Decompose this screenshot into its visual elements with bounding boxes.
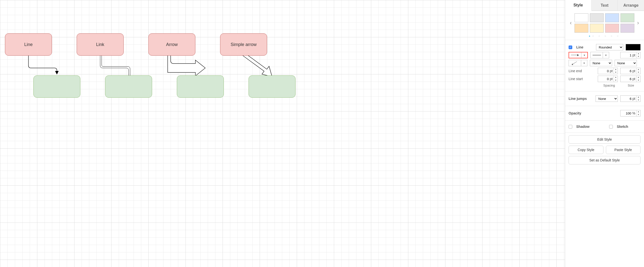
diagram-canvas[interactable]: Line Link Arrow Simple arrow <box>0 0 565 267</box>
line-enable-checkbox[interactable] <box>568 46 572 49</box>
spin-up[interactable]: ▲ <box>636 110 640 113</box>
spin-up[interactable]: ▲ <box>636 52 640 55</box>
shadow-label: Shadow <box>576 124 590 128</box>
opacity-input[interactable] <box>620 110 632 116</box>
line-width-input[interactable] <box>620 52 632 58</box>
stroke-style-dd[interactable]: ▼ <box>603 52 609 58</box>
palette-prev[interactable]: ‹ <box>568 20 573 26</box>
palette-grid <box>574 13 634 33</box>
waypoint-icon <box>571 61 579 65</box>
tab-text[interactable]: Text <box>592 0 618 11</box>
spin-down[interactable]: ▼ <box>614 79 618 82</box>
start-size-input[interactable] <box>620 76 632 82</box>
opacity-spinner[interactable]: %▲▼ <box>620 110 640 116</box>
opacity-section: Opacity %▲▼ <box>565 106 644 121</box>
start-spacing-spinner[interactable]: pt▲▼ <box>598 76 618 82</box>
unit-label: pt <box>632 77 636 81</box>
tab-arrange[interactable]: Arrange <box>618 0 644 11</box>
effects-section: Shadow Sketch <box>565 121 644 133</box>
waypoint-dd[interactable]: ▼ <box>581 60 587 66</box>
edit-style-button[interactable]: Edit Style <box>568 135 640 144</box>
waypoint-btn[interactable] <box>569 60 581 66</box>
end-spacing-spinner[interactable]: pt▲▼ <box>598 68 618 74</box>
copy-style-button[interactable]: Copy Style <box>568 146 604 154</box>
stroke-style-btn[interactable] <box>590 52 603 58</box>
line-label: Line <box>576 45 584 49</box>
unit-label: pt <box>632 53 636 57</box>
spin-up[interactable]: ▲ <box>636 76 640 79</box>
spin-up[interactable]: ▲ <box>614 76 618 79</box>
waypoint-combo[interactable]: ▼ <box>568 60 587 66</box>
node-target-1[interactable] <box>34 76 80 98</box>
line-style-select[interactable]: Rounded <box>596 44 623 50</box>
tab-style[interactable]: Style <box>565 0 592 11</box>
connection-style-dd[interactable]: ▼ <box>582 52 587 58</box>
node-label: Arrow <box>166 42 178 47</box>
paste-style-button[interactable]: Paste Style <box>606 146 641 154</box>
node-line[interactable]: Line <box>5 34 52 56</box>
start-size-spinner[interactable]: pt▲▼ <box>620 76 640 82</box>
start-spacing-input[interactable] <box>598 76 610 82</box>
spin-down[interactable]: ▼ <box>614 71 618 74</box>
node-target-4[interactable] <box>248 76 296 98</box>
node-link[interactable]: Link <box>77 34 124 56</box>
line-jumps-label: Line jumps <box>568 97 587 100</box>
connection-style-combo[interactable]: ▼ <box>568 52 588 58</box>
sidebar-tabs: Style Text Arrange <box>565 0 644 11</box>
palette-next[interactable]: › <box>636 20 640 26</box>
app-root: Line Link Arrow Simple arrow Style <box>0 0 644 267</box>
set-default-style-button[interactable]: Set as Default Style <box>568 156 640 164</box>
node-arrow[interactable]: Arrow <box>148 34 196 56</box>
swatch-red[interactable] <box>605 24 619 33</box>
node-target-2[interactable] <box>105 76 152 98</box>
style-buttons-section: Edit Style Copy Style Paste Style Set as… <box>565 133 644 167</box>
spin-down[interactable]: ▼ <box>636 79 640 82</box>
swatch-gray[interactable] <box>590 13 604 22</box>
swatch-blue[interactable] <box>605 13 619 22</box>
swatch-green[interactable] <box>620 13 634 22</box>
line-jumps-size-input[interactable] <box>620 96 632 102</box>
swatch-yellow[interactable] <box>590 24 604 33</box>
node-label: Link <box>96 42 104 47</box>
end-size-input[interactable] <box>620 68 632 74</box>
line-color-chip[interactable] <box>626 44 640 50</box>
swatch-white[interactable] <box>574 13 588 22</box>
spin-down[interactable]: ▼ <box>636 55 640 58</box>
node-label: Line <box>24 42 33 47</box>
connection-style-btn[interactable] <box>569 52 582 58</box>
col-size-label: Size <box>621 84 640 87</box>
unit-label: pt <box>632 97 636 100</box>
btn-label: Copy Style <box>578 148 594 152</box>
unit-label: pt <box>632 69 636 73</box>
spin-up[interactable]: ▲ <box>636 96 640 99</box>
palette-pager[interactable]: ●○ ○ ○ ○ ○ <box>568 34 640 37</box>
line-start-select[interactable]: None <box>614 60 637 66</box>
sketch-checkbox[interactable] <box>609 125 613 128</box>
spin-down[interactable]: ▼ <box>636 113 640 116</box>
stroke-style-combo[interactable]: ▼ <box>590 52 609 58</box>
spin-down[interactable]: ▼ <box>636 99 640 102</box>
end-size-spinner[interactable]: pt▲▼ <box>620 68 640 74</box>
sketch-label: Sketch <box>617 124 628 128</box>
line-jumps-section: Line jumps None pt▲▼ <box>565 92 644 106</box>
btn-label: Set as Default Style <box>589 158 620 162</box>
line-end-select[interactable]: None <box>590 60 612 66</box>
line-jumps-select[interactable]: None <box>596 96 618 102</box>
unit-label: % <box>632 111 636 115</box>
col-spacing-label: Spacing <box>600 84 619 87</box>
tab-label: Style <box>574 3 583 8</box>
line-jumps-size-spinner[interactable]: pt▲▼ <box>620 96 640 102</box>
swatch-purple[interactable] <box>620 24 634 33</box>
node-simple-arrow[interactable]: Simple arrow <box>220 34 267 56</box>
color-palette-section: ‹ › ●○ ○ ○ ○ ○ <box>565 11 644 40</box>
line-start-label: Line start <box>568 77 583 81</box>
node-target-3[interactable] <box>177 76 224 98</box>
spin-up[interactable]: ▲ <box>636 68 640 71</box>
spin-up[interactable]: ▲ <box>614 68 618 71</box>
swatch-orange[interactable] <box>574 24 588 33</box>
line-width-spinner[interactable]: pt ▲▼ <box>620 52 640 58</box>
shadow-checkbox[interactable] <box>568 125 572 128</box>
btn-label: Edit Style <box>597 138 612 142</box>
spin-down[interactable]: ▼ <box>636 71 640 74</box>
end-spacing-input[interactable] <box>598 68 610 74</box>
